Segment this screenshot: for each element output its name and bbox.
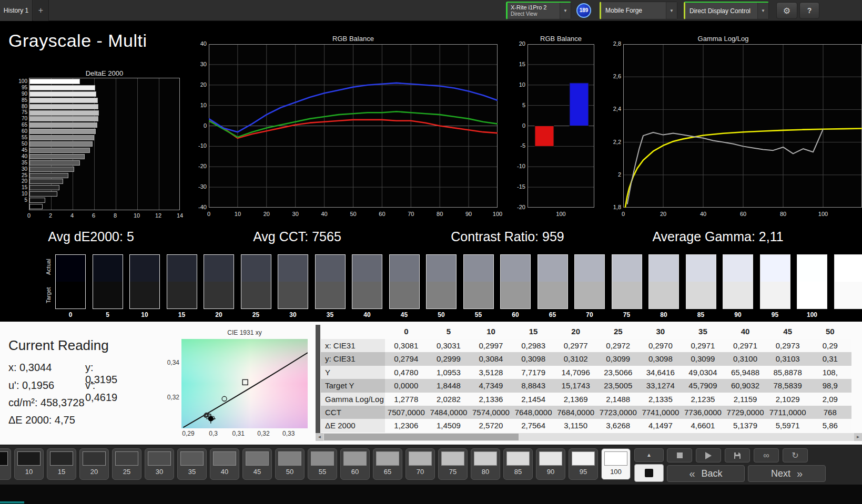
level-button-60[interactable]: 60 xyxy=(340,448,370,480)
level-button-55[interactable]: 55 xyxy=(308,448,337,480)
rgb-bar-red xyxy=(535,126,554,147)
next-button[interactable]: Next » xyxy=(748,465,826,482)
swatch-target xyxy=(56,282,85,308)
level-button-35[interactable]: 35 xyxy=(177,448,207,480)
add-tab-button[interactable]: + xyxy=(33,0,49,21)
table-cell: 0,4780 xyxy=(385,366,428,379)
deltae-ytick-label: 40 xyxy=(12,153,27,160)
scroll-left-icon: ◄ xyxy=(318,435,322,439)
level-button-20[interactable]: 20 xyxy=(79,448,109,480)
table-cell: 0,2972 xyxy=(597,339,640,352)
swatch-actual xyxy=(56,255,85,282)
level-button-100[interactable]: 100 xyxy=(601,448,631,480)
table-row: Target Y0,00001,84484,73498,884315,17432… xyxy=(321,379,851,392)
pattern-window-button[interactable] xyxy=(634,464,664,482)
table-cell: 0,3100 xyxy=(724,352,767,365)
level-patch xyxy=(604,451,627,466)
table-cell: 1,2306 xyxy=(385,419,428,432)
swatch-level-label: 30 xyxy=(275,311,311,318)
table-horizontal-scrollbar[interactable]: ◄ ► xyxy=(316,433,862,441)
table-cell: 2,1488 xyxy=(597,393,640,406)
gamma-xtick-label: 60 xyxy=(737,211,749,217)
table-cell: 4,1497 xyxy=(640,419,682,432)
grayscale-swatch-20 xyxy=(204,254,234,309)
swatch-level-label: 100 xyxy=(794,311,830,318)
table-cell: 2,1159 xyxy=(724,393,767,406)
grayscale-swatch-65 xyxy=(538,254,568,309)
actual-row-label: Actual xyxy=(45,253,52,281)
rgb-bars-ytick-label: 15 xyxy=(505,61,525,67)
level-label: 100 xyxy=(602,468,630,476)
level-button-10[interactable]: 10 xyxy=(14,448,44,480)
display-control-dropdown[interactable]: Direct Display Control ▼ xyxy=(684,2,769,19)
target-white-point-marker xyxy=(242,379,248,385)
deltae-chart-title: DeltaE 2000 xyxy=(29,69,180,77)
gamma-xtick-label: 80 xyxy=(777,211,789,217)
level-button-70[interactable]: 70 xyxy=(405,448,435,480)
table-cell: 15,1743 xyxy=(554,379,597,392)
rgb-xtick-label: 80 xyxy=(433,211,446,217)
settings-button[interactable]: ⚙ xyxy=(776,2,797,19)
level-button-40[interactable]: 40 xyxy=(210,448,239,480)
swatch-target xyxy=(390,282,419,308)
level-button-75[interactable]: 75 xyxy=(438,448,468,480)
table-row-label: CCT xyxy=(321,406,385,419)
reading-v: v': 0,4619 xyxy=(85,379,117,404)
level-button-80[interactable]: 80 xyxy=(471,448,500,480)
table-header-row: 05101520253035404550 xyxy=(321,325,851,338)
level-button-30[interactable]: 30 xyxy=(145,448,174,480)
level-button-50[interactable]: 50 xyxy=(275,448,305,480)
gamma-yaxis: 2,82,62,42,221,8 xyxy=(600,44,621,208)
table-column-header: 50 xyxy=(809,325,851,338)
teal-accent xyxy=(0,501,24,503)
grayscale-swatch-30 xyxy=(278,254,308,309)
level-patch xyxy=(506,451,530,466)
deltae-bar xyxy=(29,148,90,153)
cie-chart-title: CIE 1931 xy xyxy=(181,329,308,336)
deltae-xtick-label: 6 xyxy=(87,212,100,219)
grayscale-swatch-100 xyxy=(797,254,827,309)
expand-levels-button[interactable]: ▲ xyxy=(634,448,664,462)
level-button-85[interactable]: 85 xyxy=(503,448,533,480)
swatch-target xyxy=(723,282,753,308)
deltae-xaxis: 02468101214 xyxy=(29,212,192,221)
grayscale-swatch-40 xyxy=(352,254,382,309)
meter-dropdown[interactable]: X-Rite i1Pro 2 Direct View ▼ xyxy=(506,2,571,19)
back-button[interactable]: « Back xyxy=(667,465,745,482)
scroll-right-button[interactable]: ► xyxy=(854,433,862,441)
level-button-95[interactable]: 95 xyxy=(569,448,598,480)
level-button-25[interactable]: 25 xyxy=(112,448,141,480)
save-button[interactable] xyxy=(725,448,750,462)
continuous-measure-button[interactable]: ∞ xyxy=(754,448,779,462)
help-button[interactable]: ? xyxy=(799,2,819,19)
grayscale-swatch-95 xyxy=(760,254,790,309)
deltae-ytick-label: 45 xyxy=(12,147,27,153)
table-cell: 0,3081 xyxy=(385,339,428,352)
rgb-xtick-label: 100 xyxy=(491,211,504,217)
deltae-ytick-label: 100 xyxy=(12,78,27,85)
table-column-header: 15 xyxy=(512,325,555,338)
rgb-bars-ytick-label: 20 xyxy=(505,40,525,47)
level-button-90[interactable]: 90 xyxy=(536,448,565,480)
history-tab[interactable]: History 1 xyxy=(0,0,33,21)
level-button-65[interactable]: 65 xyxy=(373,448,402,480)
loop-button[interactable]: ↻ xyxy=(783,448,808,462)
rgb-bars-ytick-label: -15 xyxy=(505,183,525,190)
rgb-ytick-label: 10 xyxy=(187,102,207,108)
play-button[interactable] xyxy=(696,448,721,462)
avg-de2000-stat: Avg dE2000: 5 xyxy=(4,229,178,244)
grayscale-swatch-45 xyxy=(389,254,420,309)
level-patch xyxy=(409,451,432,466)
table-cell: 5,1379 xyxy=(724,419,767,432)
level-button-15[interactable]: 15 xyxy=(47,448,76,480)
pattern-source-dropdown[interactable]: Mobile Forge ▼ xyxy=(600,2,677,19)
next-label: Next xyxy=(771,468,790,479)
scrollbar-thumb[interactable] xyxy=(324,434,519,440)
swatch-level-label: 45 xyxy=(386,311,423,318)
plot-border xyxy=(624,45,862,208)
level-button-45[interactable]: 45 xyxy=(242,448,272,480)
level-button-5[interactable]: 5 xyxy=(0,448,11,480)
scroll-left-button[interactable]: ◄ xyxy=(316,433,323,441)
deltae-xtick-label: 4 xyxy=(66,212,78,219)
stop-button[interactable] xyxy=(667,448,692,462)
